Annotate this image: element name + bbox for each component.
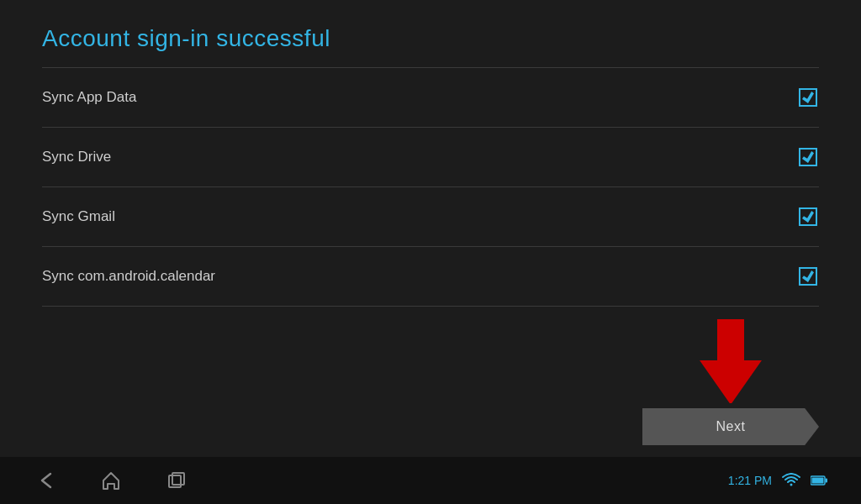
button-area: Next [642, 319, 819, 445]
battery-icon [811, 475, 827, 486]
red-arrow-icon [697, 319, 764, 403]
svg-marker-0 [701, 319, 760, 403]
wifi-icon [782, 473, 800, 488]
nav-right-status: 1:21 PM [728, 473, 827, 488]
sync-drive-row[interactable]: Sync Drive [42, 128, 819, 187]
nav-left-icons [34, 469, 188, 492]
sync-app-data-checkbox[interactable] [797, 87, 819, 108]
sync-calendar-row[interactable]: Sync com.android.calendar [42, 247, 819, 307]
sync-calendar-label: Sync com.android.calendar [42, 268, 215, 285]
sync-calendar-checkbox[interactable] [797, 265, 819, 287]
checkbox-checked-icon [799, 267, 817, 286]
sync-gmail-checkbox[interactable] [797, 206, 819, 228]
sync-drive-label: Sync Drive [42, 149, 111, 165]
sync-gmail-row[interactable]: Sync Gmail [42, 187, 819, 247]
checkbox-checked-icon [799, 148, 817, 166]
status-time: 1:21 PM [728, 474, 772, 487]
navigation-bar: 1:21 PM [0, 457, 861, 504]
svg-rect-4 [826, 479, 828, 483]
sync-app-data-label: Sync App Data [42, 89, 136, 106]
next-button[interactable]: Next [642, 408, 819, 445]
recents-icon[interactable] [165, 469, 188, 492]
back-icon[interactable] [34, 469, 57, 492]
home-icon[interactable] [99, 469, 123, 492]
checkbox-checked-icon [799, 207, 817, 226]
sync-gmail-label: Sync Gmail [42, 208, 115, 225]
svg-rect-5 [812, 478, 824, 484]
page-title: Account sign-in successful [42, 25, 819, 52]
sync-app-data-row[interactable]: Sync App Data [42, 68, 819, 128]
checkbox-checked-icon [799, 88, 817, 107]
sync-drive-checkbox[interactable] [797, 146, 819, 168]
